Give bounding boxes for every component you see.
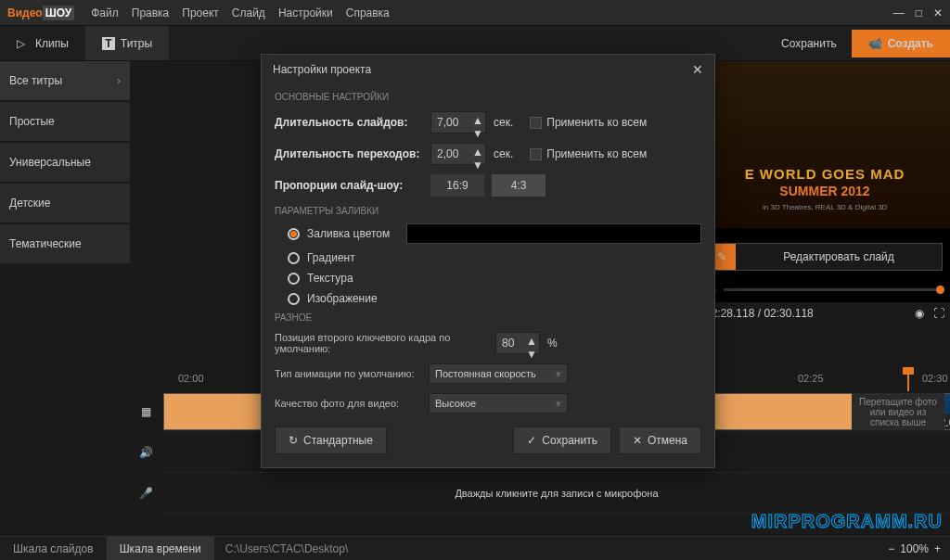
maximize-icon[interactable]: □: [916, 6, 922, 19]
sidebar-item-universal[interactable]: Универсальные: [0, 143, 130, 182]
keyframe-value: 80: [502, 337, 514, 350]
tab-slide-scale[interactable]: Шкала слайдов: [0, 537, 107, 561]
modal-title: Настройки проекта: [273, 63, 371, 76]
section-fill: ПАРАМЕТРЫ ЗАЛИВКИ: [275, 206, 701, 216]
refresh-icon: ↻: [289, 434, 298, 447]
unit-pct: %: [547, 337, 558, 350]
modal-save-label: Сохранить: [542, 434, 597, 447]
tab-time-scale[interactable]: Шкала времени: [107, 537, 214, 561]
preview-title-2: SUMMER 2012: [709, 184, 941, 198]
menu-help[interactable]: Справка: [346, 6, 390, 19]
save-button[interactable]: Сохранить: [766, 30, 852, 57]
playhead[interactable]: [907, 369, 909, 391]
film-icon: ▦: [137, 405, 154, 418]
mic-icon: 🎤: [137, 487, 154, 500]
drop-placeholder[interactable]: Перетащите фото или видео из списка выше: [852, 393, 944, 430]
slide-duration-label: Длительность слайдов:: [275, 116, 423, 129]
keyframe-input[interactable]: 80 ▲▼: [495, 332, 540, 354]
create-label: Создать: [888, 37, 933, 50]
camera-icon[interactable]: ◉: [915, 307, 924, 320]
check-icon: ✓: [527, 434, 536, 447]
row-slide-duration: Длительность слайдов: 7,00 ▲▼ сек. Приме…: [275, 111, 701, 134]
row-keyframe: Позиция второго ключевого кадра по умолч…: [275, 332, 701, 354]
slide-duration-value: 7,00: [437, 116, 458, 129]
menu-file[interactable]: Файл: [91, 6, 119, 19]
modal-cancel-label: Отмена: [648, 434, 687, 447]
fullscreen-icon[interactable]: ⛶: [933, 307, 944, 320]
tab-clips[interactable]: ▷ Клипы: [0, 26, 85, 60]
menu-project[interactable]: Проект: [182, 6, 219, 19]
modal-buttons: ↻ Стандартные ✓ Сохранить ✕ Отмена: [275, 426, 701, 454]
zoom-in-icon[interactable]: +: [934, 542, 941, 555]
radio-icon: [288, 273, 300, 285]
sidebar-item-all-titles[interactable]: Все титры: [0, 61, 130, 100]
modal-cancel-button[interactable]: ✕ Отмена: [619, 426, 701, 454]
radio-icon: [288, 252, 300, 264]
sidebar-item-kids[interactable]: Детские: [0, 184, 130, 223]
menu-edit[interactable]: Правка: [132, 6, 170, 19]
ruler-tick: 02:00: [178, 373, 204, 384]
x-icon: ✕: [633, 434, 642, 447]
row-animation-type: Тип анимации по умолчанию: Постоянная ск…: [275, 363, 701, 384]
defaults-button[interactable]: ↻ Стандартные: [275, 426, 387, 454]
edit-slide-button[interactable]: ✎ Редактировать слайд: [707, 243, 943, 271]
transition-duration-input[interactable]: 2,00 ▲▼: [430, 143, 486, 165]
spinner-icon[interactable]: ▲▼: [472, 146, 483, 162]
mic-track[interactable]: 🎤 Дважды кликните для записи с микрофона: [163, 473, 950, 514]
fill-gradient-label: Градиент: [307, 251, 355, 264]
row-photo-quality: Качество фото для видео: Высокое: [275, 393, 701, 414]
apply-all-transitions-checkbox[interactable]: Применить ко всем: [530, 147, 647, 160]
radio-icon: [288, 228, 300, 240]
preview-title-1: E WORLD GOES MAD: [709, 166, 941, 182]
zoom-control: − 100% +: [888, 542, 950, 555]
play-icon: ▷: [17, 37, 30, 50]
menu-settings[interactable]: Настройки: [278, 6, 333, 19]
fill-image-label: Изображение: [307, 292, 378, 305]
section-basic: ОСНОВНЫЕ НАСТРОЙКИ: [275, 92, 701, 102]
text-icon: T: [102, 37, 115, 50]
tab-titles[interactable]: T Титры: [85, 26, 169, 60]
ratio-16-9-button[interactable]: 16:9: [430, 174, 484, 197]
modal-body: ОСНОВНЫЕ НАСТРОЙКИ Длительность слайдов:…: [262, 92, 714, 467]
app-logo: ВидеоШОУ: [7, 6, 74, 19]
unit-sec: сек.: [494, 116, 513, 129]
minimize-icon[interactable]: —: [893, 6, 905, 19]
checkbox-icon: [530, 117, 542, 129]
sidebar-label: Универсальные: [9, 156, 91, 169]
apply-all-slides-checkbox[interactable]: Применить ко всем: [530, 116, 647, 129]
fill-color-radio[interactable]: Заливка цветом: [288, 223, 701, 244]
modal-close-button[interactable]: ✕: [692, 62, 703, 77]
animation-type-label: Тип анимации по умолчанию:: [275, 368, 421, 379]
fill-gradient-radio[interactable]: Градиент: [288, 251, 701, 264]
color-picker[interactable]: [406, 223, 701, 244]
sidebar-item-thematic[interactable]: Тематические: [0, 224, 130, 263]
sidebar-label: Простые: [9, 115, 55, 128]
sidebar-item-simple[interactable]: Простые: [0, 102, 130, 141]
speaker-icon: 🔊: [137, 446, 154, 459]
sidebar: Все титры Простые Универсальные Детские …: [0, 61, 130, 536]
row-transition-duration: Длительность переходов: 2,00 ▲▼ сек. При…: [275, 143, 701, 165]
sidebar-label: Тематические: [9, 237, 82, 250]
ratio-label: Пропорции слайд-шоу:: [275, 179, 423, 192]
spinner-icon[interactable]: ▲▼: [526, 335, 537, 351]
menu-slide[interactable]: Слайд: [232, 6, 265, 19]
modal-save-button[interactable]: ✓ Сохранить: [513, 426, 611, 454]
animation-type-dropdown[interactable]: Постоянная скорость: [429, 363, 568, 384]
preview-subtitle: In 3D Theatres, REAL 3D & Digital 3D: [709, 203, 941, 211]
ratio-4-3-button[interactable]: 4:3: [492, 174, 546, 197]
slide-duration-input[interactable]: 7,00 ▲▼: [430, 111, 486, 134]
spinner-icon[interactable]: ▲▼: [472, 114, 483, 131]
seek-bar[interactable]: [724, 288, 944, 291]
ruler-tick: 02:25: [798, 373, 824, 384]
time-text: 02:28.118 / 02:30.118: [705, 307, 814, 320]
fill-texture-radio[interactable]: Текстура: [288, 272, 701, 285]
create-button[interactable]: 📹 Создать: [852, 30, 950, 57]
keyframe-label: Позиция второго ключевого кадра по умолч…: [275, 332, 488, 354]
close-icon[interactable]: ✕: [933, 6, 943, 19]
logo-part1: Видео: [7, 6, 43, 19]
radio-icon: [288, 293, 300, 305]
photo-quality-dropdown[interactable]: Высокое: [429, 393, 568, 414]
apply-all-label: Применить ко всем: [546, 147, 647, 160]
fill-image-radio[interactable]: Изображение: [288, 292, 701, 305]
zoom-out-icon[interactable]: −: [888, 542, 894, 555]
